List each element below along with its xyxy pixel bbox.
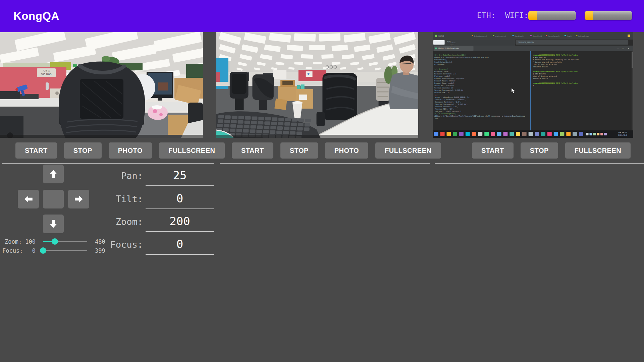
svg-text:Version Android: 10: Version Android: 10 [434, 87, 453, 89]
svg-text:Product Model: VR0019: Product Model: VR0019 [434, 80, 455, 82]
svg-text:▸ java: ▸ java [450, 44, 453, 46]
camera-2-button-row: START STOP PHOTO FULLSCREEN [232, 142, 441, 159]
tilt-down-button[interactable] [43, 215, 64, 233]
svg-text:List of devices attached: List of devices attached [533, 63, 557, 65]
svg-text:$ adb devices: $ adb devices [533, 56, 546, 58]
camera-feed-1: 高 雄 區 Vic Kao [0, 32, 203, 138]
eth-toggle[interactable] [528, 11, 576, 20]
camera-feed-2 [216, 32, 418, 138]
svg-text:build.gradle (app): build.gradle (app) [578, 35, 589, 37]
minimize-icon: — [617, 48, 619, 50]
arrow-up-icon [48, 169, 58, 179]
svg-text:'Version Incremental': '0.902.: 'Version Incremental': '0.902.64', [434, 103, 468, 105]
svg-text:zhuang11@6622893468B01 MSYS /g: zhuang11@6622893468B01 MSYS /g/My Drive/… [533, 70, 578, 73]
svg-text:'Version Android': '10',: 'Version Android': '10', [434, 106, 458, 108]
focus-label: Focus: [83, 239, 143, 250]
taskbar-clock-time: 下午 04:13 [618, 131, 627, 133]
kongqa-app: KongQA ETH: WIFI: 高 雄 區 Vic Kao [0, 0, 644, 362]
camera-1-stop-button[interactable]: STOP [64, 142, 102, 159]
svg-text:AndroidManifest.xml: AndroidManifest.xml [474, 35, 487, 37]
svg-text:Hardware: qcom: Hardware: qcom [434, 70, 448, 73]
pan-input[interactable] [146, 169, 214, 186]
focus-input[interactable] [146, 237, 214, 255]
svg-text:activity_main.xml: activity_main.xml [495, 35, 506, 37]
svg-text:高 雄 區: 高 雄 區 [43, 69, 50, 72]
tilt-input[interactable] [146, 192, 214, 209]
svg-text:.png: .png [434, 117, 438, 120]
svg-text:[4]: k.infos(): [4]: k.infos() [434, 68, 448, 70]
camera-feed-3: Android AndroidManifest.xmlactivity_main… [433, 32, 633, 138]
svg-text:List of devices attached: List of devices attached [533, 75, 557, 77]
camera-3-fullscreen-button[interactable]: FULLSCREEN [565, 142, 631, 159]
svg-text:93858fc4 device: 93858fc4 device [533, 77, 548, 79]
svg-text:$ adb devices: $ adb devices [533, 73, 546, 75]
close-icon: ✕ [628, 48, 629, 50]
svg-text:ReturnList=[]: ReturnList=[] [434, 59, 447, 61]
zoom-slider-min: 100 [19, 238, 36, 245]
zoom-slider-thumb[interactable] [52, 238, 58, 245]
svg-text:* daemon not running; starting: * daemon not running; starting now at tc… [533, 59, 579, 61]
svg-text:zhuang11@6622893468B01 MSYS /g: zhuang11@6622893468B01 MSYS /g/My Drive/… [533, 54, 578, 56]
pad-center-button[interactable] [43, 190, 64, 208]
camera-3-button-row: START STOP FULLSCREEN [472, 142, 631, 159]
tilt-up-button[interactable] [43, 165, 64, 183]
svg-text:Platform: sdm845: Platform: sdm845 [434, 75, 450, 77]
camera-3-start-button[interactable]: START [472, 142, 514, 159]
console-window-title: IPython: G:\My Drive/codes [438, 47, 460, 49]
camera-feed-3-image: Android AndroidManifest.xmlactivity_main… [433, 32, 633, 138]
camera-feed-1-image: 高 雄 區 Vic Kao [0, 32, 203, 138]
focus-slider-track[interactable] [43, 250, 87, 251]
focus-slider-min: 0 [19, 247, 36, 254]
focus-slider-max: 399 [95, 247, 105, 254]
svg-text:▸ app: ▸ app [447, 40, 451, 42]
svg-text:CameraOperate.kt: CameraOperate.kt [548, 35, 560, 37]
zoom-label: Zoom: [83, 217, 143, 227]
arrow-right-icon [74, 194, 84, 204]
app-header: KongQA ETH: WIFI: [0, 0, 644, 32]
focus-slider-thumb[interactable] [40, 247, 46, 254]
camera-feed-2-image [216, 32, 418, 138]
camera-1-start-button[interactable]: START [15, 142, 57, 159]
arrow-left-icon [23, 194, 34, 204]
svg-text:'Version SDK': '29',: 'Version SDK': '29', [434, 108, 454, 110]
svg-text:[3]: k = RobotRun.kong.KongADB: [3]: k = RobotRun.kong.KongADB() [434, 54, 466, 56]
svg-text:CameraViewId: CameraViewId [533, 35, 542, 37]
camera-2-photo-button[interactable]: PHOTO [325, 142, 368, 159]
eth-toggle-knob [528, 11, 537, 20]
camera-3-stop-button[interactable]: STOP [521, 142, 558, 159]
svg-text:$: $ [533, 84, 534, 86]
divider-2 [220, 163, 430, 164]
wifi-label: WIFI: [505, 11, 528, 20]
svg-text:Version Incremental: 0.902.64: Version Incremental: 0.902.64 [434, 89, 463, 91]
maximize-icon: □ [622, 48, 624, 50]
divider-1 [2, 163, 214, 164]
camera-2-stop-button[interactable]: STOP [280, 142, 318, 159]
svg-text:Version SDK: 29: Version SDK: 29 [434, 92, 449, 94]
camera-2-fullscreen-button[interactable]: FULLSCREEN [375, 142, 441, 159]
divider-3 [435, 163, 644, 164]
zoom-input[interactable] [146, 215, 214, 232]
cardboard-boxes [278, 86, 298, 101]
search-text: TEMPLATE_PREVIEW [518, 41, 534, 44]
svg-text:Kong.kt: Kong.kt [567, 35, 572, 37]
eth-label: ETH: [477, 11, 495, 20]
camera-2-start-button[interactable]: START [232, 142, 273, 159]
svg-text:Product Name: sdm845: Product Name: sdm845 [434, 82, 454, 84]
camera-1-fullscreen-button[interactable]: FULLSCREEN [159, 142, 224, 159]
svg-text:[A]:: [A]: [434, 94, 438, 96]
svg-text:'adb_cmd': 'shell getprop'}: 'adb_cmd': 'shell getprop'} [434, 110, 461, 113]
wifi-toggle[interactable] [585, 11, 632, 20]
pan-left-button[interactable] [18, 190, 39, 208]
svg-text:'error': <KongError.RANGE_ERRO: 'error': <KongError.RANGE_ERROR: 1>, [434, 96, 470, 99]
sign-text: Vic Kao [41, 72, 52, 76]
svg-text:MainActivity.kt: MainActivity.kt [515, 35, 524, 37]
zoom-slider-max: 480 [95, 238, 105, 245]
svg-text:zhuang11@6622893468B01 MSYS /g: zhuang11@6622893468B01 MSYS /g/My Drive/… [533, 82, 578, 84]
svg-text:▸ manifests: ▸ manifests [448, 42, 455, 44]
svg-text:'result': {'Platform': 'sdm845: 'result': {'Platform': 'sdm845', [434, 99, 466, 101]
svg-text:[5]: k.screenCapture(): [5]: k.screenCapture() [434, 113, 456, 115]
ide-label: Android [438, 35, 444, 37]
camera-1-photo-button[interactable]: PHOTO [109, 142, 152, 159]
taskbar-clock-date: 2020/12/2 [619, 134, 628, 136]
svg-text:'Hardware Revision': '2.1',: 'Hardware Revision': '2.1', [434, 101, 461, 103]
